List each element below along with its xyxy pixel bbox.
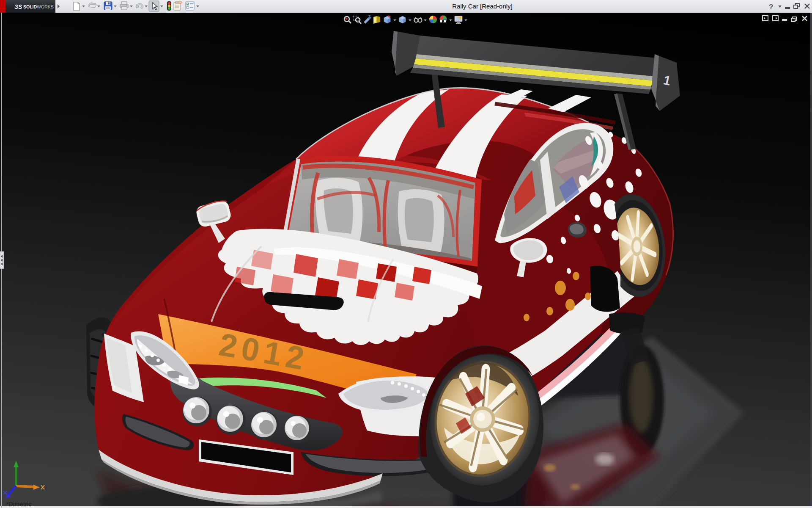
svg-text:?: ? [769, 3, 773, 11]
svg-text:*Dimetric: *Dimetric [6, 500, 32, 508]
svg-text:ЗS: ЗS [14, 3, 22, 10]
svg-text:SOLIDWORKS: SOLIDWORKS [23, 4, 54, 9]
